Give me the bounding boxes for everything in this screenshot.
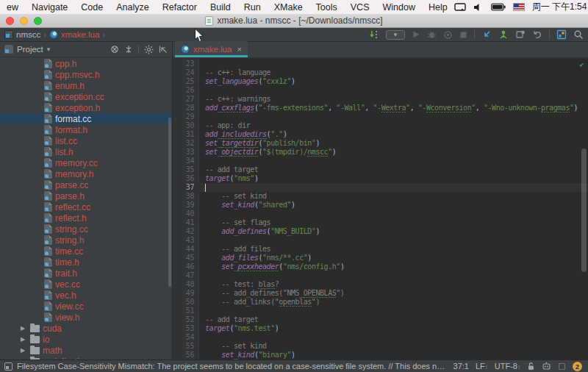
line-number[interactable]: 48 [173,280,199,289]
encoding-widget[interactable]: UTF-8↕ [495,362,520,371]
hide-panel-icon[interactable] [159,45,168,54]
tree-folder-math[interactable]: ▶math [0,345,172,356]
code-line-40[interactable]: 40 [173,210,588,218]
tree-file-parse.cc[interactable]: parse.cc [0,179,172,190]
line-number[interactable]: 49 [173,289,199,298]
tree-folder-cuda[interactable]: ▶cuda [0,323,172,334]
tree-file-memory.cc[interactable]: memory.cc [0,157,172,168]
code-line-46[interactable]: 46 set_pcxxheader("nms/config.h") [173,262,588,271]
line-number[interactable]: 40 [173,210,199,218]
collapse-all-icon[interactable] [124,45,133,54]
line-number[interactable]: 35 [173,165,199,174]
compare-with-button[interactable] [515,29,526,40]
tree-file-format.cc[interactable]: format.cc [0,113,172,124]
line-number[interactable]: 50 [173,298,199,307]
tree-file-format.h[interactable]: format.h [0,124,172,135]
line-number[interactable]: 29 [173,112,199,121]
line-ending-widget[interactable]: LF↕ [476,362,488,371]
inspection-profile-icon[interactable] [542,362,551,371]
debug-button[interactable] [427,30,437,40]
line-number[interactable]: 34 [173,157,199,165]
line-number[interactable]: 46 [173,262,199,271]
project-view-dropdown-icon[interactable]: ▾ [47,46,51,53]
code-line-54[interactable]: 54 [173,333,588,342]
code-line-42[interactable]: 42 add_defines("NMS_BUILD") [173,227,588,236]
line-number[interactable]: 52 [173,315,199,324]
tree-file-parse.h[interactable]: parse.h [0,190,172,201]
menu-item-xmake[interactable]: XMake [268,2,309,12]
line-number[interactable]: 26 [173,86,199,95]
code-line-32[interactable]: 32set_targetdir("publish/bin") [173,139,588,148]
code-line-52[interactable]: 52-- add target [173,315,588,324]
code-line-49[interactable]: 49 -- add_defines("NMS_OPENBLAS") [173,289,588,298]
menu-item-window[interactable]: Window [376,2,421,12]
tree-file-view.cc[interactable]: view.cc [0,301,172,312]
expand-arrow-icon[interactable]: ▶ [21,336,27,343]
window-title-bar[interactable]: xmake.lua - nmscc - [~/Downloads/nmscc] [0,14,588,28]
line-number[interactable]: 45 [173,254,199,262]
close-icon[interactable]: × [237,45,241,54]
code-line-53[interactable]: 53target("nms.test") [173,324,588,333]
menu-item-ew[interactable]: ew [0,2,25,12]
menu-item-code[interactable]: Code [74,2,110,12]
menu-item-run[interactable]: Run [237,2,268,12]
line-number[interactable]: 41 [173,218,199,227]
zoom-window-button[interactable] [34,17,42,25]
line-number[interactable]: 53 [173,324,199,333]
line-number[interactable]: 38 [173,192,199,201]
locate-file-icon[interactable] [110,45,119,54]
code-line-30[interactable]: 30-- app: dir [173,121,588,130]
tree-file-vec.cc[interactable]: vec.cc [0,279,172,290]
tree-file-memory.h[interactable]: memory.h [0,168,172,179]
tree-file-vec.h[interactable]: vec.h [0,290,172,301]
menu-item-vcs[interactable]: VCS [344,2,376,12]
run-configuration-dropdown[interactable]: ▼ [386,30,405,40]
screen-mirroring-icon[interactable] [454,3,466,12]
vcs-changes-icon[interactable] [369,29,379,40]
line-number[interactable]: 43 [173,236,199,245]
tree-file-reflect.h[interactable]: reflect.h [0,212,172,223]
code-line-27[interactable]: 27-- c++: warnings [173,95,588,104]
tree-folder-serialization[interactable]: ▶serialization [0,356,172,360]
menu-item-tools[interactable]: Tools [309,2,344,12]
code-line-26[interactable]: 26 [173,86,588,95]
menu-item-refactor[interactable]: Refactor [156,2,204,12]
run-button[interactable] [412,30,420,39]
line-number[interactable]: 32 [173,139,199,148]
tree-file-view.h[interactable]: view.h [0,312,172,323]
volume-icon[interactable] [473,3,484,12]
line-number[interactable]: 28 [173,104,199,112]
line-number[interactable]: 54 [173,333,199,342]
menu-item-build[interactable]: Build [204,2,237,12]
minimize-window-button[interactable] [20,17,28,25]
expand-arrow-icon[interactable]: ▶ [21,358,27,360]
tab-xmake-lua[interactable]: xmake.lua × [175,41,248,57]
line-number[interactable]: 31 [173,130,199,139]
code-line-36[interactable]: 36target("nms") [173,174,588,183]
line-number[interactable]: 55 [173,342,199,351]
tree-file-list.cc[interactable]: list.cc [0,135,172,146]
line-number[interactable]: 39 [173,201,199,210]
code-line-29[interactable]: 29 [173,112,588,121]
status-message[interactable]: Filesystem Case-Sensitivity Mismatch: Th… [17,362,449,371]
line-number[interactable]: 51 [173,307,199,315]
menu-bar-clock[interactable]: 周一 下午1:54 [532,1,587,13]
line-number[interactable]: 44 [173,245,199,254]
tree-file-string.cc[interactable]: string.cc [0,223,172,235]
line-number[interactable]: 42 [173,227,199,236]
code-line-43[interactable]: 43 [173,236,588,245]
project-panel-title[interactable]: Project [17,45,43,54]
line-number[interactable]: 27 [173,95,199,104]
close-window-button[interactable] [6,17,14,25]
line-number[interactable]: 23 [173,60,199,68]
editor-scrollbar[interactable] [581,149,587,272]
breadcrumb-project[interactable]: nmscc [16,30,40,39]
line-number[interactable]: 47 [173,271,199,280]
tree-file-list.h[interactable]: list.h [0,146,172,157]
line-number[interactable]: 33 [173,148,199,157]
commit-changes-button[interactable] [498,29,509,40]
stop-button[interactable] [459,31,467,39]
code-line-56[interactable]: 56 set_kind("binary") [173,351,588,360]
update-project-button[interactable] [481,29,492,40]
line-number[interactable]: 25 [173,77,199,86]
